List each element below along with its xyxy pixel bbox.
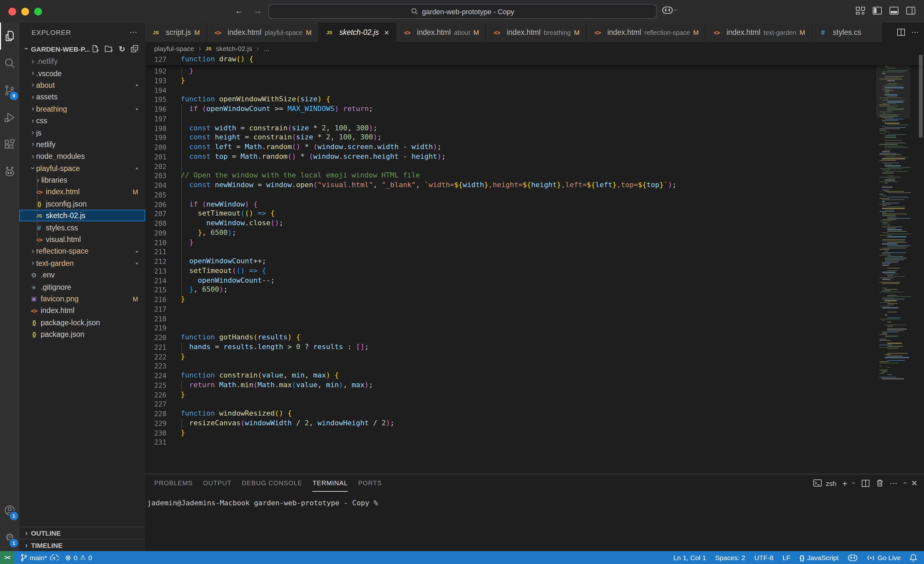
split-terminal-icon[interactable] <box>861 479 870 487</box>
tree-file-favicon.png[interactable]: ▣favicon.pngM <box>20 293 145 305</box>
tab-styles.cs[interactable]: #styles.cs <box>812 22 882 42</box>
tab-index.html-reflection-space[interactable]: <>index.htmlreflection-spaceM <box>586 22 705 42</box>
line-number[interactable]: 231 <box>147 438 166 447</box>
activity-ai-chat[interactable] <box>0 158 20 185</box>
maximize-panel-icon[interactable]: › <box>901 482 908 484</box>
problems-item[interactable]: ⊗ 0 ⚠ 0 <box>65 554 92 561</box>
views-and-more-actions-icon[interactable]: ⋯ <box>129 28 138 37</box>
cursor-position[interactable]: Ln 1, Col 1 <box>674 554 706 561</box>
tree-folder-js[interactable]: ›js <box>20 127 145 139</box>
tab-script.js[interactable]: JSscript.jsM <box>145 22 206 42</box>
line-number[interactable]: 226 <box>147 390 166 400</box>
tab-index.html-breathing[interactable]: <>index.htmlbreathingM <box>486 22 586 42</box>
tree-folder-breathing[interactable]: ›breathing● <box>20 103 145 115</box>
activity-accounts[interactable]: 1 <box>0 497 20 524</box>
toggle-panel-icon[interactable] <box>889 6 899 15</box>
line-number[interactable]: 217 <box>147 304 166 314</box>
more-actions-icon[interactable]: ⋯ <box>911 28 919 37</box>
line-number[interactable]: 224 <box>147 371 166 381</box>
tree-file-index.html[interactable]: <>index.htmlM <box>20 186 145 198</box>
line-number[interactable]: 214 <box>147 276 166 285</box>
activity-search[interactable] <box>0 50 20 77</box>
line-number[interactable]: 212 <box>147 257 166 267</box>
line-number[interactable]: 197 <box>147 114 166 124</box>
line-number[interactable]: 211 <box>147 248 166 257</box>
language-mode[interactable]: {} JavaScript <box>800 554 839 561</box>
line-number[interactable]: 200 <box>147 142 166 152</box>
git-branch-item[interactable]: main* <box>21 554 59 561</box>
code-editor[interactable]: 127function draw() { 192 }193}194195func… <box>145 55 924 474</box>
line-number[interactable]: 204 <box>147 181 166 190</box>
close-panel-icon[interactable]: ✕ <box>911 479 918 487</box>
customize-layout-icon[interactable] <box>856 6 865 15</box>
tree-file-visual.html[interactable]: <>visual.html <box>20 234 145 246</box>
more-actions-icon[interactable]: ⋯ <box>890 479 897 487</box>
tree-folder-node_modules[interactable]: ›node_modules <box>20 150 145 162</box>
line-number[interactable]: 218 <box>147 314 166 324</box>
kill-terminal-icon[interactable] <box>875 479 884 487</box>
activity-settings[interactable]: ⚙ 1 <box>0 524 20 551</box>
zoom-window-button[interactable] <box>34 8 42 15</box>
tab-index.html-playful-space[interactable]: <>index.htmlplayful-spaceM <box>207 22 318 42</box>
indentation[interactable]: Spaces: 2 <box>715 554 745 561</box>
line-number[interactable]: 192 <box>147 66 166 76</box>
tree-folder-reflection-space[interactable]: ›reflection-space● <box>20 246 145 258</box>
line-number[interactable]: 196 <box>147 105 166 114</box>
line-number[interactable]: 195 <box>147 95 166 105</box>
line-number[interactable]: 220 <box>147 333 166 343</box>
tree-file-.env[interactable]: ⚙.env <box>20 269 145 281</box>
panel-tab-problems[interactable]: PROBLEMS <box>154 474 193 492</box>
terminal[interactable]: jademin@Jademins-Macbook garden-web-prot… <box>145 492 924 551</box>
line-number[interactable]: 230 <box>147 428 166 438</box>
tree-file-.gitignore[interactable]: ◈.gitignore <box>20 281 145 293</box>
close-window-button[interactable] <box>8 8 16 15</box>
breadcrumb-file[interactable]: sketch-02.js <box>216 45 252 52</box>
line-number[interactable]: 210 <box>147 238 166 248</box>
tab-index.html-about[interactable]: <>index.htmlaboutM <box>396 22 485 42</box>
tree-folder-text-garden[interactable]: ›text-garden● <box>20 257 145 269</box>
forward-arrow-icon[interactable]: → <box>254 6 262 16</box>
line-number[interactable]: 202 <box>147 162 166 171</box>
new-terminal-icon[interactable]: + <box>842 479 847 487</box>
refresh-icon[interactable]: ↻ <box>119 44 125 53</box>
tree-file-jsconfig.json[interactable]: {}jsconfig.json <box>20 198 145 210</box>
line-number[interactable]: 229 <box>147 419 166 429</box>
new-file-icon[interactable] <box>91 45 99 53</box>
line-number[interactable]: 219 <box>147 324 166 333</box>
chevron-down-icon[interactable]: › <box>851 482 858 484</box>
line-number[interactable]: 206 <box>147 200 166 209</box>
tree-folder-about[interactable]: ›about● <box>20 80 145 91</box>
tree-folder-netlify[interactable]: ›netlify <box>20 138 145 150</box>
line-number[interactable]: 199 <box>147 133 166 143</box>
line-number[interactable]: 203 <box>147 171 166 181</box>
panel-tab-terminal[interactable]: TERMINAL <box>313 474 348 492</box>
breadcrumb-symbol[interactable]: ... <box>264 45 269 52</box>
minimize-window-button[interactable] <box>21 8 29 15</box>
tab-index.html-text-garden[interactable]: <>index.htmltext-gardenM <box>706 22 812 42</box>
panel-tab-output[interactable]: OUTPUT <box>203 474 231 492</box>
activity-extensions[interactable] <box>0 131 20 158</box>
line-number[interactable]: 222 <box>147 352 166 362</box>
eol-sequence[interactable]: LF <box>782 554 790 561</box>
tree-folder-assets[interactable]: ›assets <box>20 91 145 103</box>
line-number[interactable]: 216 <box>147 295 166 304</box>
line-number[interactable]: 127 <box>147 55 166 64</box>
timeline-section-header[interactable]: › TIMELINE <box>20 539 145 551</box>
tree-folder-libraries[interactable]: ›libraries <box>20 174 145 186</box>
line-number[interactable]: 207 <box>147 209 166 219</box>
panel-tab-debug-console[interactable]: DEBUG CONSOLE <box>242 474 302 492</box>
minimap[interactable] <box>878 56 908 392</box>
line-number[interactable]: 223 <box>147 362 166 371</box>
command-center-search[interactable]: garden-web-prototype - Copy <box>268 4 657 19</box>
tree-file-package.json[interactable]: {}package.json <box>20 328 145 340</box>
activity-explorer[interactable] <box>0 22 20 50</box>
close-icon[interactable]: ✕ <box>384 29 389 36</box>
sticky-scroll-line[interactable]: 127function draw() { <box>145 55 924 65</box>
project-section-header[interactable]: › GARDEN-WEB-P... ↻ <box>20 42 145 56</box>
activity-run-debug[interactable] <box>0 104 20 131</box>
back-arrow-icon[interactable]: ← <box>235 6 243 16</box>
toggle-primary-sidebar-icon[interactable] <box>872 6 882 15</box>
collapse-all-icon[interactable] <box>130 45 139 53</box>
split-editor-icon[interactable] <box>897 28 905 36</box>
line-number[interactable]: 193 <box>147 76 166 86</box>
